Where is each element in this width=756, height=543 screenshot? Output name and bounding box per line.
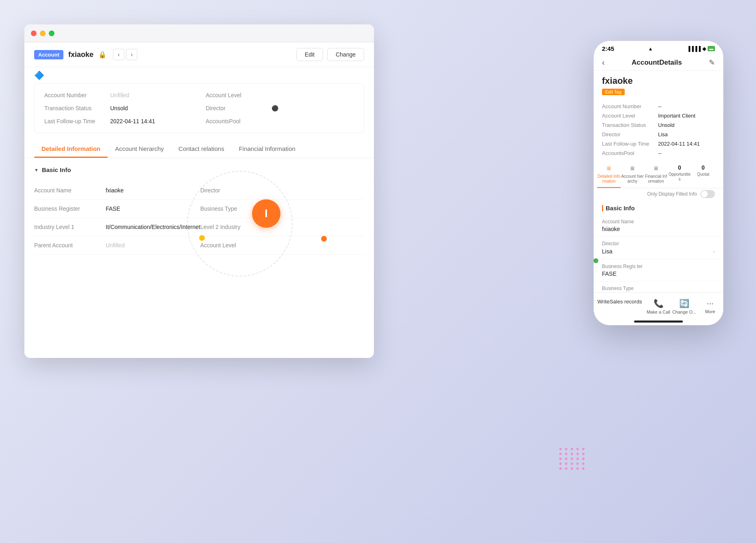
pink-dot [576, 448, 579, 450]
maximize-button[interactable] [49, 31, 54, 36]
minimize-button[interactable] [40, 31, 46, 36]
only-filled-toggle[interactable] [700, 190, 715, 198]
pink-dot [582, 448, 584, 450]
only-filled-label: Only Display Filled Info [647, 191, 697, 197]
change-icon: 🔄 [679, 299, 689, 308]
transaction-status-label: Transaction Status [44, 105, 105, 111]
mobile-transaction-status-label: Transaction Status [602, 122, 655, 128]
info-grid: Account Number Unfilled Account Level Tr… [44, 92, 354, 124]
mobile-accounts-pool-value: -- [658, 150, 662, 156]
mobile-bottom-bar: WriteSales records 📞 Make a Call 🔄 Chang… [594, 292, 723, 325]
mobile-accounts-pool-label: AccountsPool [602, 150, 655, 156]
pink-dot [565, 458, 567, 460]
cursor-annotation: I [252, 199, 280, 228]
account-hierarchy-tab-icon: ≡ [630, 164, 635, 173]
last-followup-label: Last Follow-up Time [44, 118, 105, 124]
detailed-info-tab-icon: ≡ [607, 164, 611, 173]
director-chevron-icon: › [713, 248, 715, 255]
header-bar: Account fxiaoke 🔒 ‹ › Edit Change [24, 42, 374, 67]
mobile-info-row-last-followup: Last Follow-up Time 2022-04-11 14:41 [602, 139, 715, 148]
mobile-field-business-type-label: Business Type [602, 286, 715, 291]
financial-info-tab-icon: ≡ [654, 164, 658, 173]
last-followup-value: 2022-04-11 14:41 [110, 118, 155, 124]
pink-dot [559, 458, 562, 460]
accounts-pool-label: AccountsPool [206, 118, 267, 124]
director-label: Director [206, 105, 267, 111]
pink-dot [565, 467, 567, 470]
account-hierarchy-tab-label: Account hierarchy [621, 174, 644, 184]
basic-info-header: Basic Info [34, 166, 364, 173]
next-button[interactable]: › [126, 49, 137, 60]
pink-dot [571, 462, 573, 465]
green-dot-mobile [593, 258, 598, 263]
change-owner-button[interactable]: 🔄 Change O... [671, 296, 697, 317]
status-icons: ▐▐▐▐ ◈ ▬ [687, 46, 715, 52]
mobile-field-account-name-label: Account Name [602, 219, 715, 225]
detail-parent-account-value: Unfilled [106, 242, 125, 249]
make-call-button[interactable]: 📞 Make a Call [645, 296, 671, 317]
pink-dot [576, 453, 579, 455]
detail-row-account-name: Account Name fxiaoke [34, 181, 200, 200]
mobile-field-director[interactable]: Director Lisa › [594, 237, 723, 260]
tab-contact-relations[interactable]: Contact relations [171, 140, 232, 158]
mobile-tab-more[interactable]: ∨ [715, 161, 723, 188]
dashed-circle-large [187, 171, 293, 277]
close-button[interactable] [31, 31, 37, 36]
write-sales-button[interactable]: WriteSales records [594, 296, 645, 317]
more-button[interactable]: ··· More [697, 296, 723, 317]
detail-row-industry-level1: Industry Level 1 It/Communication/Electr… [34, 218, 200, 236]
mobile-info-row-transaction-status: Transaction Status Unsold [602, 120, 715, 130]
mobile-tab-account-hierarchy[interactable]: ≡ Account hierarchy [621, 161, 644, 188]
mobile-tab-detailed-info[interactable]: ≡ Detailed Information [597, 161, 621, 188]
mobile-tab-opportunities[interactable]: 0 Opportunities [668, 161, 691, 188]
pink-dot [559, 448, 562, 450]
make-call-label: Make a Call [647, 310, 670, 314]
pink-dot [565, 448, 567, 450]
pink-dot [576, 462, 579, 465]
home-indicator [634, 321, 683, 323]
mobile-tab-quotat[interactable]: 0 Quotat [691, 161, 715, 188]
mobile-info-row-account-level: Account Level Important Client [602, 111, 715, 120]
pink-dot [582, 458, 584, 460]
location-icon: ▲ [648, 46, 653, 52]
yellow-dot [199, 235, 205, 241]
info-row-accounts-pool: AccountsPool [206, 118, 354, 124]
mobile-info-row-director: Director Lisa [602, 130, 715, 139]
mobile-back-button[interactable]: ‹ [602, 58, 605, 67]
mobile-account-name: fxiaoke [594, 71, 723, 88]
change-button[interactable]: Change [327, 48, 364, 61]
change-owner-label: Change O... [672, 310, 696, 314]
mobile-info-list: Account Number -- Account Level Importan… [594, 98, 723, 161]
info-row-account-number: Account Number Unfilled [44, 92, 193, 98]
orange-dot [321, 236, 327, 242]
detail-business-register-label: Business Register [34, 205, 99, 212]
mobile-transaction-status-value: Unsold [658, 122, 674, 128]
tab-financial-information[interactable]: Financial Information [232, 140, 303, 158]
mobile-account-number-value: -- [658, 103, 662, 109]
mobile-tab-financial-info[interactable]: ≡ Financial Information [644, 161, 668, 188]
mobile-tabs: ≡ Detailed Information ≡ Account hierarc… [594, 161, 723, 188]
wifi-icon: ◈ [702, 46, 706, 52]
financial-info-tab-label: Financial Information [645, 174, 667, 184]
tag-icon: 🔷 [24, 67, 374, 83]
mobile-field-business-register-label: Business Regis ter [602, 264, 715, 269]
detailed-info-tab-label: Detailed Information [597, 174, 620, 184]
mobile-edit-button[interactable]: ✎ [709, 58, 715, 67]
account-number-label: Account Number [44, 92, 105, 98]
account-info-card: Account Number Unfilled Account Level Tr… [34, 83, 364, 133]
tab-detailed-information[interactable]: Detailed Information [34, 140, 108, 158]
mobile-info-row-account-number: Account Number -- [602, 102, 715, 111]
pink-dot [571, 467, 573, 470]
prev-button[interactable]: ‹ [113, 49, 124, 60]
edit-button[interactable]: Edit [296, 48, 323, 61]
more-icon: ··· [707, 299, 714, 308]
mobile-account-level-label: Account Level [602, 113, 655, 119]
mobile-edit-tag[interactable]: Edit Tag [602, 89, 625, 95]
mobile-status-bar: 2:45 ▲ ▐▐▐▐ ◈ ▬ [594, 41, 723, 55]
header-actions: Edit Change [296, 48, 364, 61]
pink-dot [576, 467, 579, 470]
quotat-count: 0 [702, 164, 705, 171]
pink-dot [571, 458, 573, 460]
mobile-basic-info-header: Basic Info [594, 200, 723, 215]
tab-account-hierarchy[interactable]: Account hierarchy [108, 140, 171, 158]
